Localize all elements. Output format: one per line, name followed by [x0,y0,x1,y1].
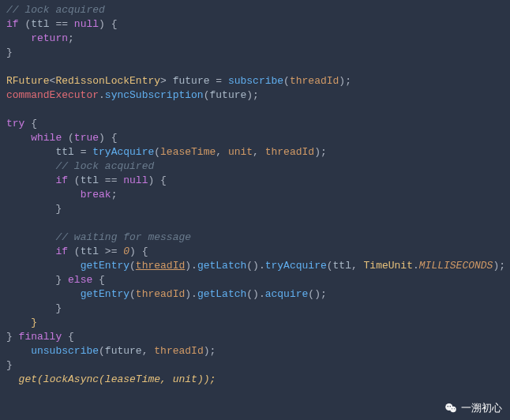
svg-point-1 [450,407,456,413]
svg-point-3 [450,406,452,407]
svg-point-5 [454,408,455,409]
arg-threadid: threadId [290,75,339,87]
paren: ); [493,260,505,272]
op-assign: = [74,146,92,158]
arg-future: future [105,345,142,357]
arg-threadid: threadId [154,345,203,357]
type-entry: RedissonLockEntry [55,75,160,87]
chain: ). [185,260,197,272]
kw-true: true [74,132,99,144]
comment: // waiting for message [55,231,191,243]
paren: ( [154,146,160,158]
paren: ( [19,18,32,30]
call-lockasync: lockAsync [43,373,99,385]
paren: ( [327,260,333,272]
arg-threadid: threadId [265,146,314,158]
brace: } [6,331,19,343]
chain: (). [246,288,264,300]
wechat-icon [444,401,458,415]
kw-if: if [6,18,19,30]
watermark-text: 一溯初心 [461,401,502,415]
paren: ( [129,260,136,272]
op-assign: = [209,75,227,87]
arg-ttl: ttl [333,260,351,272]
op-eq: == [50,18,74,30]
brace: ) { [99,18,117,30]
comment: // lock acquired [55,160,154,172]
kw-try: try [6,118,24,129]
paren: ( [99,373,105,385]
comma: , [216,146,228,158]
brace: } [31,317,37,328]
paren: ( [99,345,105,357]
paren: ( [68,174,81,186]
call-tryacquire: tryAcquire [92,146,154,158]
op-eq: == [99,174,123,186]
brace: { [92,274,105,286]
kw-break: break [81,189,111,201]
arg-threadid: threadId [136,288,185,300]
angle: > [160,75,167,87]
lit-zero: 0 [123,246,129,257]
brace: } [55,203,62,215]
chain: ). [185,288,197,300]
paren: ); [204,345,216,357]
brace: } [6,47,13,58]
paren: (); [308,288,326,300]
chain: (). [246,260,264,272]
call-subscribe: subscribe [228,75,283,87]
paren: ); [314,146,327,158]
arg-threadid: threadId [136,260,185,272]
field-executor: commandExecutor [6,89,99,101]
watermark: 一溯初心 [444,401,502,415]
var-future: future [173,75,210,87]
code-editor[interactable]: // lock acquired if (ttl == null) { retu… [0,0,510,393]
kw-null: null [123,174,148,186]
svg-point-4 [452,408,452,409]
brace: } [55,274,68,286]
arg-unit: unit [173,373,197,385]
brace: { [24,118,37,129]
paren: ( [68,246,81,257]
type-rfuture: RFuture [6,75,50,87]
paren: )); [197,373,216,385]
paren: ); [246,89,259,101]
paren: ); [339,75,351,87]
kw-if: if [55,246,68,257]
var-ttl: ttl [81,246,99,257]
call-acquire: acquire [265,288,309,300]
brace: } [6,359,13,371]
arg-unit: unit [228,146,253,158]
brace: ) { [99,132,117,144]
kw-null: null [74,18,99,30]
arg-leasetime: leaseTime [160,146,216,158]
brace: ) { [148,174,166,186]
kw-finally: finally [19,331,62,343]
kw-else: else [68,274,92,286]
paren: ( [283,75,290,87]
comma: , [160,373,173,385]
var-ttl: ttl [81,174,99,186]
kw-return: return [31,32,68,44]
semi: ; [68,32,74,44]
type-timeunit: TimeUnit [364,260,413,272]
var-ttl: ttl [31,18,49,30]
dot: . [413,260,419,272]
call-getlatch: getLatch [197,260,246,272]
call-syncsub: syncSubscription [105,89,204,101]
space [167,75,173,87]
kw-while: while [31,132,62,144]
call-tryacquire: tryAcquire [265,260,327,272]
call-get: get [19,373,37,385]
call-getlatch: getLatch [197,288,246,300]
kw-if: if [55,174,68,186]
var-ttl: ttl [55,146,73,158]
const-ms: MILLISECONDS [419,260,493,272]
comma: , [351,260,364,272]
semi: ; [111,189,118,201]
dot: . [99,89,105,101]
paren: ( [129,288,136,300]
brace: ) { [129,246,148,257]
svg-point-2 [448,406,449,407]
call-getentry: getEntry [81,260,129,272]
